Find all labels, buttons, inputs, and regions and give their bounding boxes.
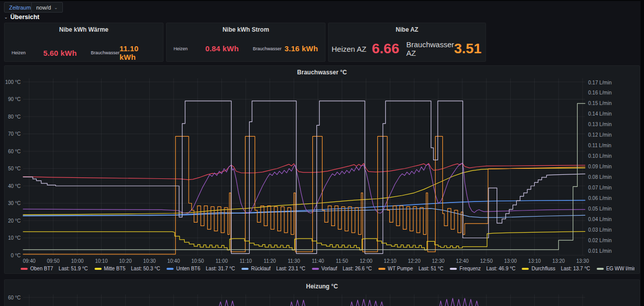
x-tick-label: 10:20 — [119, 258, 132, 264]
legend-color-swatch — [167, 268, 174, 270]
y-left-tick-label: 20 °C — [8, 218, 21, 224]
legend-color-swatch — [597, 268, 604, 270]
panel-title: Nibe kWh Strom — [167, 23, 325, 33]
legend-last-value: Last: 51 °C — [419, 266, 444, 271]
x-tick-label: 11:40 — [312, 258, 325, 264]
y-right-tick-label: 0.05 L/min — [588, 206, 612, 212]
legend-last-value: Last: 51.9 °C — [59, 266, 88, 271]
legend-color-swatch — [312, 268, 319, 270]
stat-brauchwasser: Brauchwasser 3.16 kWh — [246, 44, 326, 53]
legend-color-swatch — [95, 268, 102, 270]
legend-series-name: Vorlauf — [321, 266, 337, 271]
y-left-tick-label: 50 °C — [8, 166, 21, 171]
legend-last-value: Last: 46.9 °C — [487, 266, 516, 271]
time-range-dropdown[interactable]: now/d ⌄ — [31, 2, 63, 13]
y-right-tick-label: 0.15 L/min — [588, 100, 612, 106]
stat-value: 11.10 kWh — [120, 44, 156, 61]
section-row-uebersicht[interactable]: ⌄ Übersicht — [4, 13, 39, 21]
panel-heizung-chart: Heizung °C 60 °C — [4, 279, 640, 306]
legend-item-eg-ww-l-min[interactable]: EG WW l/minLast: 0.150 L/min — [597, 266, 634, 271]
y-left-tick-label: 70 °C — [8, 131, 21, 137]
series-mitte-bt5 — [23, 168, 585, 215]
x-tick-label: 11:00 — [215, 258, 228, 264]
legend-series-name: Unten BT6 — [176, 266, 200, 271]
y-left-tick-label: 100 °C — [5, 79, 21, 85]
y-right-tick-label: 0.04 L/min — [588, 217, 612, 222]
legend-item-vorlauf[interactable]: VorlaufLast: 26.6 °C — [312, 266, 372, 271]
panel-title: Nibe AZ — [329, 23, 486, 33]
y-left-tick-label: 40 °C — [8, 183, 21, 189]
heizung-time-series[interactable]: 60 °C — [5, 280, 639, 306]
x-tick-label: 09:40 — [23, 258, 35, 264]
legend-series-name: Frequenz — [459, 266, 480, 271]
legend-series-name: Oben BT7 — [30, 266, 53, 271]
panel-title: Nibe kWh Wärme — [5, 23, 163, 33]
x-tick-label: 10:30 — [143, 258, 156, 264]
series-eg-ww-l-min — [23, 104, 585, 250]
legend-series-name: Durchfluss — [531, 266, 555, 271]
legend-color-swatch — [522, 268, 529, 270]
legend-item-wt-pumpe[interactable]: WT PumpeLast: 51 °C — [378, 266, 443, 271]
chart-legend: Oben BT7Last: 51.9 °CMitte BT5Last: 50.3… — [21, 266, 634, 271]
legend-item-unten-bt6[interactable]: Unten BT6Last: 31.7 °C — [167, 266, 235, 271]
legend-series-name: Mitte BT5 — [104, 266, 126, 271]
zeitraum-label: Zeitraum — [9, 5, 31, 11]
x-tick-label: 10:10 — [95, 258, 108, 264]
legend-series-name: Rücklauf — [251, 266, 271, 271]
panel-nibe-kwh-waerme: Nibe kWh Wärme Heizen 5.60 kWh Brauchwas… — [4, 23, 164, 62]
stat-label: Brauchwasser — [253, 46, 282, 51]
series-oben-bt7 — [23, 163, 585, 180]
legend-last-value: Last: 23.1 °C — [276, 266, 305, 271]
legend-series-name: EG WW l/min — [606, 266, 634, 271]
stat-label: Heizen AZ — [332, 45, 366, 53]
legend-item-frequenz[interactable]: FrequenzLast: 46.9 °C — [450, 266, 515, 271]
y-left-tick-label: 0 °C — [11, 253, 21, 258]
stat-label: Brauchwasser — [91, 50, 120, 55]
x-tick-label: 13:30 — [576, 258, 589, 264]
y-left-tick-label: 10 °C — [8, 235, 21, 241]
legend-item-mitte-bt5[interactable]: Mitte BT5Last: 50.3 °C — [95, 266, 160, 271]
y-right-tick-label: 0.13 L/min — [588, 122, 612, 127]
stat-row: Heizen AZ 6.66 Brauchwasser AZ 3.51 — [329, 40, 486, 57]
stat-brauchwasser-az: Brauchwasser AZ 3.51 — [403, 40, 486, 57]
grafana-dashboard: { "toolbar": { "zeitraum_label": "Zeitra… — [0, 0, 644, 306]
y-right-tick-label: 0.11 L/min — [588, 143, 611, 148]
y-right-tick-label: 0.10 L/min — [588, 153, 612, 159]
x-tick-label: 12:20 — [408, 258, 421, 264]
stat-value: 3.16 kWh — [284, 44, 318, 53]
x-tick-label: 12:00 — [360, 258, 372, 264]
x-tick-label: 11:10 — [239, 258, 252, 264]
x-tick-label: 12:10 — [384, 258, 396, 264]
y-left-tick-label: 60 °C — [8, 295, 21, 300]
stat-brauchwasser: Brauchwasser 11.10 kWh — [84, 44, 164, 61]
y-right-tick-label: 0.16 L/min — [588, 90, 612, 95]
x-tick-label: 10:50 — [191, 258, 204, 264]
legend-last-value: Last: 50.3 °C — [131, 266, 160, 271]
stat-heizen: Heizen 5.60 kWh — [5, 44, 84, 61]
chevron-down-icon: ⌄ — [54, 5, 58, 10]
x-tick-label: 09:50 — [47, 258, 59, 264]
series-wt-pumpe — [23, 136, 585, 254]
stat-row: Heizen 5.60 kWh Brauchwasser 11.10 kWh — [5, 44, 163, 61]
y-right-tick-label: 0.02 L/min — [588, 238, 612, 243]
panel-brauchwasser-chart: Brauchwasser °C 09:4009:5010:0010:1010:2… — [4, 65, 640, 274]
stat-value: 5.60 kWh — [43, 49, 77, 57]
stat-value: 0.84 kWh — [205, 44, 239, 53]
stat-heizen-az: Heizen AZ 6.66 — [329, 40, 403, 57]
y-right-tick-label: 0.07 L/min — [588, 185, 612, 190]
legend-item-r-cklauf[interactable]: RücklaufLast: 23.1 °C — [242, 266, 305, 271]
y-right-tick-label: 0.17 L/min — [588, 80, 612, 85]
legend-item-durchfluss[interactable]: DurchflussLast: 13.7 °C — [522, 266, 590, 271]
y-right-tick-label: 0.01 L/min — [588, 248, 612, 254]
y-right-tick-label: 0.08 L/min — [588, 174, 612, 180]
legend-last-value: Last: 31.7 °C — [206, 266, 235, 271]
legend-color-swatch — [242, 268, 249, 270]
legend-item-oben-bt7[interactable]: Oben BT7Last: 51.9 °C — [21, 266, 88, 271]
stat-label: Brauchwasser AZ — [406, 40, 454, 57]
y-right-tick-label: 0.06 L/min — [588, 195, 612, 201]
y-right-tick-label: 0.12 L/min — [588, 132, 612, 138]
panel-nibe-az: Nibe AZ Heizen AZ 6.66 Brauchwasser AZ 3… — [328, 23, 486, 62]
brauchwasser-time-series[interactable]: 09:4009:5010:0010:1010:2010:3010:4010:50… — [5, 66, 639, 273]
page-edge-right — [640, 0, 644, 306]
x-tick-label: 13:10 — [528, 258, 541, 264]
